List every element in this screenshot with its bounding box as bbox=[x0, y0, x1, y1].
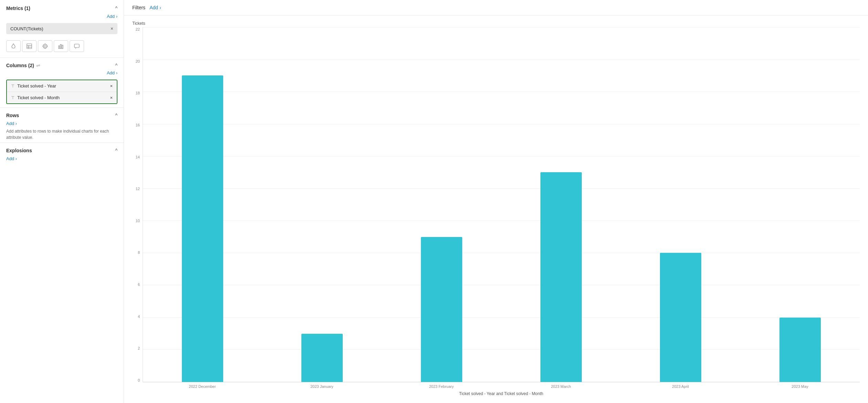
bar bbox=[182, 75, 223, 382]
chart-x-title: Ticket solved - Year and Ticket solved -… bbox=[143, 391, 860, 396]
columns-title-group: Columns (2) ⇌ bbox=[6, 63, 40, 68]
y-tick: 8 bbox=[138, 250, 140, 255]
bar-group bbox=[269, 27, 375, 382]
column-item-month: ⊤ Ticket solved - Month × bbox=[7, 92, 117, 103]
x-label: 2023 January bbox=[269, 384, 375, 389]
filter-icon-year: ⊤ bbox=[11, 84, 14, 89]
column-item-year-close[interactable]: × bbox=[110, 83, 113, 89]
rows-section: Rows ^ Add Add attributes to rows to mak… bbox=[0, 107, 124, 143]
svg-rect-12 bbox=[62, 45, 63, 49]
y-tick: 22 bbox=[136, 27, 140, 31]
column-item-year-label: Ticket solved - Year bbox=[17, 83, 56, 89]
main-content: Filters Add Tickets 2220181614121086420 … bbox=[124, 0, 868, 403]
chart-wrapper: 2220181614121086420 2022 December2023 Ja… bbox=[132, 27, 860, 396]
y-axis-label: Tickets bbox=[132, 21, 860, 26]
chart-type-message-btn[interactable] bbox=[70, 40, 84, 52]
svg-rect-0 bbox=[27, 44, 32, 49]
chart-type-icons-row bbox=[0, 38, 124, 58]
filters-label: Filters bbox=[132, 5, 145, 10]
metric-chip-close[interactable]: × bbox=[111, 26, 113, 31]
columns-items-container: ⊤ Ticket solved - Year × ⊤ Ticket solved… bbox=[6, 80, 117, 104]
rows-add-link[interactable]: Add bbox=[6, 121, 117, 126]
bar bbox=[301, 334, 343, 382]
chart-body: 2022 December2023 January2023 February20… bbox=[143, 27, 860, 396]
y-axis: 2220181614121086420 bbox=[132, 27, 143, 396]
svg-rect-11 bbox=[60, 44, 61, 49]
bar bbox=[779, 318, 821, 382]
x-label: 2023 February bbox=[389, 384, 494, 389]
y-tick: 16 bbox=[136, 123, 140, 127]
explosions-collapse-icon[interactable]: ^ bbox=[115, 148, 117, 153]
rows-collapse-icon[interactable]: ^ bbox=[115, 113, 117, 118]
svg-point-4 bbox=[43, 44, 47, 48]
chart-type-bar-btn[interactable] bbox=[54, 40, 68, 52]
columns-section-header: Columns (2) ⇌ ^ bbox=[0, 58, 124, 70]
column-item-month-label: Ticket solved - Month bbox=[17, 95, 60, 100]
svg-rect-13 bbox=[74, 44, 79, 48]
bar-group bbox=[508, 27, 614, 382]
chart-type-droplet-btn[interactable] bbox=[6, 40, 21, 52]
y-tick: 4 bbox=[138, 314, 140, 319]
y-tick: 2 bbox=[138, 346, 140, 350]
explosions-add-link[interactable]: Add bbox=[6, 156, 117, 161]
x-label: 2022 December bbox=[149, 384, 255, 389]
column-item-year: ⊤ Ticket solved - Year × bbox=[7, 80, 117, 92]
chart-area: Tickets 2220181614121086420 2022 Decembe… bbox=[124, 16, 868, 403]
y-tick: 20 bbox=[136, 59, 140, 63]
chart-type-table-btn[interactable] bbox=[22, 40, 37, 52]
x-axis-labels: 2022 December2023 January2023 February20… bbox=[143, 382, 860, 389]
rows-header: Rows ^ bbox=[6, 113, 117, 118]
metrics-title: Metrics (1) bbox=[6, 6, 30, 11]
bar bbox=[421, 237, 462, 382]
columns-add-link[interactable]: Add bbox=[0, 70, 124, 75]
y-tick: 10 bbox=[136, 219, 140, 223]
explosions-section: Explosions ^ Add bbox=[0, 143, 124, 163]
bar bbox=[660, 253, 701, 382]
filters-bar: Filters Add bbox=[124, 0, 868, 16]
filter-icon-month: ⊤ bbox=[11, 95, 14, 100]
metric-chip-label: COUNT(Tickets) bbox=[10, 26, 43, 31]
rows-title: Rows bbox=[6, 113, 19, 118]
y-tick: 12 bbox=[136, 187, 140, 191]
bar-group bbox=[628, 27, 733, 382]
explosions-header: Explosions ^ bbox=[6, 148, 117, 153]
y-tick: 6 bbox=[138, 282, 140, 287]
columns-title: Columns (2) bbox=[6, 63, 34, 68]
metrics-add-link[interactable]: Add bbox=[0, 14, 124, 19]
chart-type-radio-btn[interactable] bbox=[38, 40, 52, 52]
metric-chip: COUNT(Tickets) × bbox=[6, 23, 117, 34]
x-label: 2023 May bbox=[747, 384, 853, 389]
columns-collapse-icon[interactable]: ^ bbox=[115, 63, 117, 68]
bars-and-grid bbox=[143, 27, 860, 382]
bars-container bbox=[143, 27, 860, 382]
y-tick: 18 bbox=[136, 91, 140, 95]
bar-group bbox=[389, 27, 495, 382]
swap-icon[interactable]: ⇌ bbox=[36, 63, 40, 68]
filters-add-link[interactable]: Add bbox=[149, 5, 161, 10]
svg-rect-10 bbox=[59, 46, 60, 49]
explosions-title: Explosions bbox=[6, 148, 32, 153]
x-label: 2023 April bbox=[628, 384, 733, 389]
x-label: 2023 March bbox=[508, 384, 614, 389]
svg-point-5 bbox=[44, 45, 46, 47]
y-tick: 0 bbox=[138, 378, 140, 382]
column-item-month-close[interactable]: × bbox=[110, 95, 113, 100]
metrics-section-header: Metrics (1) ^ bbox=[0, 0, 124, 14]
y-tick: 14 bbox=[136, 155, 140, 159]
bar-group bbox=[747, 27, 853, 382]
sidebar: Metrics (1) ^ Add COUNT(Tickets) × bbox=[0, 0, 124, 403]
bar-group bbox=[150, 27, 256, 382]
metrics-collapse-icon[interactable]: ^ bbox=[115, 6, 117, 11]
bar bbox=[540, 172, 582, 382]
rows-description: Add attributes to rows to make individua… bbox=[6, 128, 117, 141]
